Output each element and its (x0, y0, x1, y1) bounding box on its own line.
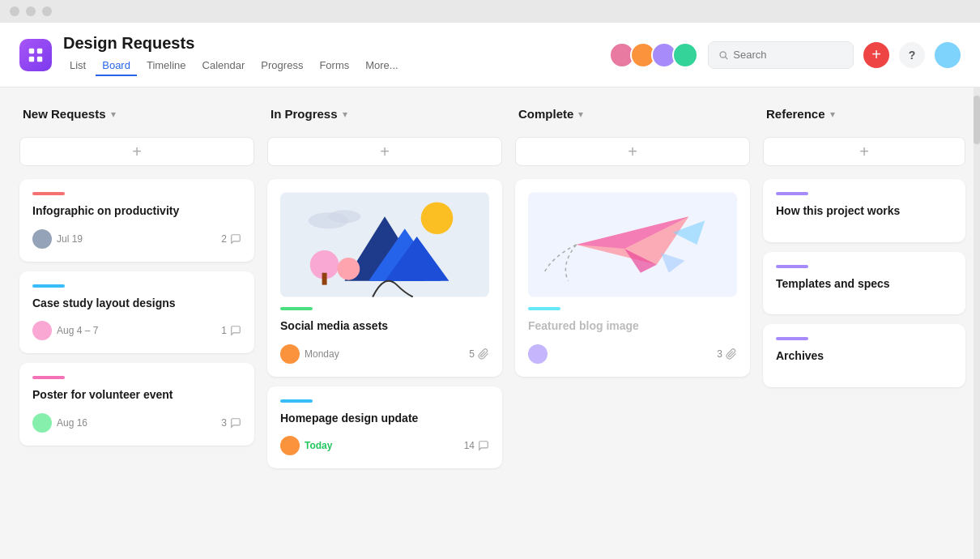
card-title: Case study layout designs (32, 296, 241, 312)
comment-count: 14 (464, 440, 475, 451)
tab-progress[interactable]: Progress (254, 56, 309, 76)
comment-count: 5 (469, 348, 475, 360)
card-user: Aug 16 (32, 413, 87, 433)
card-meta: 1 (221, 325, 241, 336)
column-complete: Complete ▾ + (515, 107, 750, 559)
card-archives[interactable]: Archives (763, 324, 965, 387)
column-in-progress: In Progress ▾ + (267, 107, 502, 559)
card-accent (32, 284, 65, 288)
card-title: How this project works (776, 203, 952, 220)
card-social-media[interactable]: Social media assets Monday 5 (267, 179, 502, 377)
card-image-mountain (280, 192, 489, 297)
grid-icon (27, 46, 45, 64)
card-featured-blog[interactable]: Featured blog image 3 (515, 179, 750, 377)
card-accent (32, 192, 65, 195)
card-infographic[interactable]: Infographic on productivity Jul 19 2 (19, 179, 254, 262)
column-title-complete: Complete (518, 107, 573, 121)
tab-board[interactable]: Board (96, 56, 137, 76)
comment-icon (230, 417, 241, 429)
team-avatars (609, 42, 698, 68)
add-card-new-requests[interactable]: + (19, 137, 254, 166)
search-box[interactable] (708, 41, 854, 69)
add-card-complete[interactable]: + (515, 137, 750, 166)
tab-list[interactable]: List (63, 56, 92, 76)
column-header-complete: Complete ▾ (515, 107, 750, 127)
svg-point-9 (421, 202, 454, 234)
titlebar-dot-yellow (26, 6, 36, 16)
card-title: Homepage design update (280, 411, 489, 427)
chevron-down-icon: ▾ (111, 109, 116, 120)
svg-rect-2 (29, 56, 34, 61)
tab-forms[interactable]: Forms (313, 56, 356, 76)
add-card-reference[interactable]: + (763, 137, 965, 166)
card-user: Jul 19 (32, 229, 83, 249)
project-title: Design Requests (63, 34, 609, 53)
card-meta: 2 (221, 233, 241, 245)
add-card-in-progress[interactable]: + (267, 137, 502, 166)
column-reference: Reference ▾ + How this project works Tem… (763, 107, 965, 559)
card-case-study[interactable]: Case study layout designs Aug 4 – 7 1 (19, 271, 254, 354)
column-header-new-requests: New Requests ▾ (19, 107, 254, 127)
project-info: Design Requests List Board Timeline Cale… (63, 34, 609, 76)
card-footer: Aug 16 3 (32, 413, 241, 433)
chevron-down-icon: ▾ (578, 109, 583, 120)
titlebar-dot-red (10, 6, 19, 16)
attachment-icon (726, 348, 737, 360)
svg-point-8 (329, 210, 361, 223)
card-accent (32, 376, 65, 379)
card-accent (280, 307, 313, 310)
card-accent (776, 192, 808, 195)
card-meta: 3 (717, 348, 737, 360)
svg-rect-3 (37, 56, 42, 61)
tab-timeline[interactable]: Timeline (140, 56, 193, 76)
card-title: Poster for volunteer event (32, 387, 241, 403)
card-user: Monday (280, 344, 339, 364)
card-title: Templates and specs (776, 276, 952, 292)
column-header-reference: Reference ▾ (763, 107, 965, 127)
user-avatar[interactable] (935, 42, 961, 68)
card-homepage[interactable]: Homepage design update Today 14 (267, 386, 502, 469)
card-date: Aug 16 (57, 417, 87, 429)
add-button[interactable]: + (863, 42, 889, 68)
tab-calendar[interactable]: Calendar (196, 56, 252, 76)
scrollbar-track[interactable] (974, 87, 980, 559)
comment-count: 2 (221, 233, 227, 245)
titlebar-dot-green (42, 6, 52, 16)
column-title-reference: Reference (766, 107, 825, 121)
card-date: Jul 19 (57, 233, 83, 245)
user-avatar-small (32, 413, 52, 433)
card-poster[interactable]: Poster for volunteer event Aug 16 3 (19, 363, 254, 446)
scrollbar-thumb[interactable] (974, 96, 980, 144)
comment-count: 3 (221, 417, 227, 429)
card-footer: Monday 5 (280, 344, 489, 364)
card-title: Social media assets (280, 318, 489, 335)
comment-icon (478, 440, 489, 451)
card-user (528, 344, 548, 364)
user-avatar-small (280, 344, 300, 364)
column-header-in-progress: In Progress ▾ (267, 107, 502, 127)
card-how-project-works[interactable]: How this project works (763, 179, 965, 242)
tab-more[interactable]: More... (359, 56, 404, 76)
card-user: Today (280, 436, 332, 455)
card-meta: 3 (221, 417, 241, 429)
card-user: Aug 4 – 7 (32, 321, 98, 340)
svg-rect-0 (29, 48, 34, 53)
user-avatar-small (32, 229, 52, 249)
help-button[interactable]: ? (899, 42, 925, 68)
card-meta: 5 (469, 348, 489, 360)
svg-point-4 (720, 51, 726, 57)
card-title: Featured blog image (528, 318, 737, 335)
card-date: Today (305, 440, 332, 451)
user-avatar-small (280, 436, 300, 455)
comment-count: 1 (221, 325, 227, 336)
card-footer: Jul 19 2 (32, 229, 241, 249)
card-accent (280, 399, 313, 403)
card-title: Infographic on productivity (32, 203, 241, 220)
card-title: Archives (776, 348, 952, 365)
chevron-down-icon: ▾ (343, 109, 347, 120)
search-input[interactable] (733, 49, 843, 61)
card-templates-specs[interactable]: Templates and specs (763, 252, 965, 315)
kanban-board: New Requests ▾ + Infographic on producti… (0, 87, 980, 559)
user-avatar-small (528, 344, 548, 364)
comment-count: 3 (717, 348, 722, 360)
